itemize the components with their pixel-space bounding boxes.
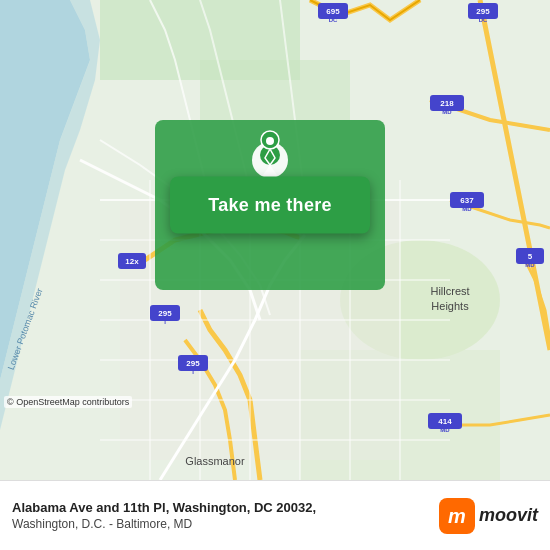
svg-text:Heights: Heights <box>431 300 469 312</box>
take-me-there-button[interactable]: Take me there <box>170 177 370 234</box>
svg-text:295: 295 <box>186 359 200 368</box>
svg-text:218: 218 <box>440 99 454 108</box>
svg-text:295: 295 <box>158 309 172 318</box>
moovit-label: moovit <box>479 505 538 526</box>
svg-text:DC: DC <box>329 17 338 23</box>
info-bar: Alabama Ave and 11th Pl, Washington, DC … <box>0 480 550 550</box>
svg-text:12x: 12x <box>125 257 139 266</box>
svg-text:Glassmanor: Glassmanor <box>185 455 245 467</box>
svg-text:DC: DC <box>479 17 488 23</box>
moovit-logo: m moovit <box>439 498 538 534</box>
svg-text:5: 5 <box>528 252 533 261</box>
svg-text:414: 414 <box>438 417 452 426</box>
svg-text:MD: MD <box>440 427 450 433</box>
svg-text:295: 295 <box>476 7 490 16</box>
moovit-letter: m <box>448 506 466 526</box>
address-block: Alabama Ave and 11th Pl, Washington, DC … <box>12 500 439 531</box>
svg-rect-2 <box>200 60 350 120</box>
svg-text:Hillcrest: Hillcrest <box>430 285 469 297</box>
svg-point-52 <box>266 137 274 145</box>
button-overlay: Take me there <box>170 177 370 234</box>
osm-attribution: © OpenStreetMap contributors <box>4 396 132 408</box>
address-line2: Washington, D.C. - Baltimore, MD <box>12 517 439 531</box>
svg-text:MD: MD <box>525 262 535 268</box>
moovit-icon: m <box>439 498 475 534</box>
map-container: 695 DC 295 DC 295 I 295 I 12x 218 MD 637… <box>0 0 550 480</box>
svg-text:637: 637 <box>460 196 474 205</box>
svg-text:MD: MD <box>462 206 472 212</box>
address-line1: Alabama Ave and 11th Pl, Washington, DC … <box>12 500 439 515</box>
svg-text:MD: MD <box>442 109 452 115</box>
svg-text:695: 695 <box>326 7 340 16</box>
